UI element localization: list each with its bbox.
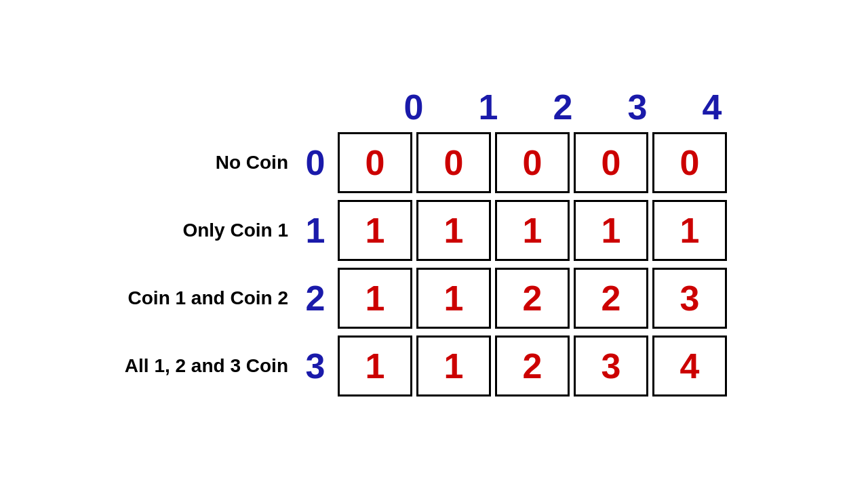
cell-2-2: 2 bbox=[495, 268, 570, 329]
cell-value-3-2: 2 bbox=[523, 346, 542, 386]
cell-value-2-1: 1 bbox=[444, 278, 464, 319]
row-index-2: 2 bbox=[295, 278, 336, 319]
row-label-3: All 1, 2 and 3 Coin bbox=[119, 355, 295, 377]
cell-value-0-3: 0 bbox=[601, 142, 621, 183]
row-index-0: 0 bbox=[295, 142, 336, 183]
cell-3-3: 3 bbox=[574, 336, 648, 396]
cell-value-2-3: 2 bbox=[601, 278, 621, 319]
col-header-1: 1 bbox=[451, 87, 526, 127]
col-header-4: 4 bbox=[675, 87, 749, 127]
data-row-3: All 1, 2 and 3 Coin311234 bbox=[119, 333, 729, 399]
cell-value-0-2: 0 bbox=[523, 142, 542, 183]
data-row-1: Only Coin 1111111 bbox=[119, 198, 729, 263]
cell-1-2: 1 bbox=[495, 200, 570, 261]
cell-1-1: 1 bbox=[416, 200, 491, 261]
cell-value-3-0: 1 bbox=[366, 346, 385, 386]
row-label-2: Coin 1 and Coin 2 bbox=[119, 287, 295, 309]
row-index-3: 3 bbox=[295, 346, 336, 386]
row-index-1: 1 bbox=[295, 210, 336, 251]
col-header-2: 2 bbox=[526, 87, 600, 127]
cell-2-1: 1 bbox=[416, 268, 491, 329]
col-header-0: 0 bbox=[376, 87, 451, 127]
cell-0-2: 0 bbox=[495, 132, 570, 193]
cell-0-4: 0 bbox=[652, 132, 727, 193]
cell-value-1-3: 1 bbox=[601, 210, 621, 251]
cell-value-3-4: 4 bbox=[680, 346, 700, 386]
cell-value-2-0: 1 bbox=[366, 278, 385, 319]
cell-0-0: 0 bbox=[338, 132, 412, 193]
cell-2-4: 3 bbox=[652, 268, 727, 329]
cell-value-3-1: 1 bbox=[444, 346, 464, 386]
cell-2-3: 2 bbox=[574, 268, 648, 329]
cell-value-1-2: 1 bbox=[523, 210, 542, 251]
cell-3-0: 1 bbox=[338, 336, 412, 396]
header-row: 01234 bbox=[119, 87, 749, 127]
cell-value-0-4: 0 bbox=[680, 142, 700, 183]
cell-1-4: 1 bbox=[652, 200, 727, 261]
col-header-3: 3 bbox=[600, 87, 675, 127]
cell-1-0: 1 bbox=[338, 200, 412, 261]
cell-0-1: 0 bbox=[416, 132, 491, 193]
dp-table: 01234 No Coin000000Only Coin 1111111Coin… bbox=[119, 87, 749, 401]
cell-1-3: 1 bbox=[574, 200, 648, 261]
cell-value-3-3: 3 bbox=[601, 346, 621, 386]
cell-0-3: 0 bbox=[574, 132, 648, 193]
cell-3-4: 4 bbox=[652, 336, 727, 396]
cell-value-2-4: 3 bbox=[680, 278, 700, 319]
row-label-1: Only Coin 1 bbox=[119, 220, 295, 241]
cell-2-0: 1 bbox=[338, 268, 412, 329]
cell-value-0-0: 0 bbox=[366, 142, 385, 183]
cell-value-1-0: 1 bbox=[366, 210, 385, 251]
cell-value-1-4: 1 bbox=[680, 210, 700, 251]
cell-value-2-2: 2 bbox=[523, 278, 542, 319]
data-row-0: No Coin000000 bbox=[119, 130, 729, 195]
data-row-2: Coin 1 and Coin 2211223 bbox=[119, 266, 729, 331]
cell-3-2: 2 bbox=[495, 336, 570, 396]
row-label-0: No Coin bbox=[119, 152, 295, 174]
cell-value-1-1: 1 bbox=[444, 210, 464, 251]
cell-value-0-1: 0 bbox=[444, 142, 464, 183]
cell-3-1: 1 bbox=[416, 336, 491, 396]
